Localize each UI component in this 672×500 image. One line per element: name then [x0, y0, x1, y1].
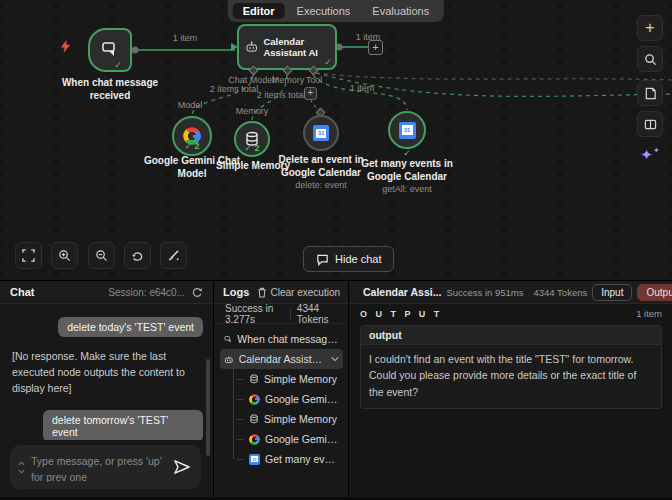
subnode-label: Get many events in Google Calendar — [353, 158, 461, 183]
logs-panel-title: Logs — [223, 286, 249, 298]
subnode-label: Delete an event in Google Calendar — [277, 154, 365, 179]
chat-panel-title: Chat — [10, 286, 34, 298]
chat-bubbles-icon — [99, 39, 121, 61]
panel-toggle-button[interactable] — [637, 111, 663, 137]
note-icon — [644, 87, 657, 100]
wire-model-label: Model — [166, 100, 214, 110]
chat-user-message: delete tomorrow's 'TEST' event — [43, 410, 203, 440]
logs-panel-header: Logs Clear execution — [215, 281, 348, 304]
tab-executions[interactable]: Executions — [287, 3, 361, 19]
log-children: Simple Memory Google Gemini Chat ... Sim… — [233, 369, 343, 469]
fit-view-button[interactable] — [15, 242, 42, 269]
wire-items-total-label: 2 items total — [245, 90, 317, 100]
log-row-gemini[interactable]: Google Gemini Chat ... — [233, 429, 343, 449]
log-row-trigger[interactable]: When chat message receiv... — [220, 329, 343, 349]
node-delete-event[interactable]: 31 — [303, 115, 339, 151]
chat-panel: Chat Session: e64c0... delete today's 'T… — [0, 281, 214, 498]
wire-memory-label: Memory — [226, 106, 278, 116]
chat-scrollbar[interactable] — [206, 359, 210, 456]
ai-assistant-button[interactable]: ✦✦ — [637, 142, 663, 168]
chevron-down-icon — [331, 356, 339, 362]
undo-button[interactable] — [124, 242, 151, 269]
log-row-memory[interactable]: Simple Memory — [233, 369, 343, 389]
sticky-note-button[interactable] — [637, 80, 663, 106]
tab-evaluations[interactable]: Evaluations — [362, 3, 439, 19]
log-row-gemini[interactable]: Google Gemini Chat ... — [233, 389, 343, 409]
output-item-count: 1 item — [636, 308, 662, 319]
chat-session-id: Session: e64c0... — [108, 287, 185, 298]
success-check-icon: ✓ — [318, 57, 338, 67]
output-field-name: output — [361, 326, 661, 345]
bottom-dock: Chat Session: e64c0... delete today's 'T… — [0, 280, 672, 497]
robot-icon — [224, 354, 234, 365]
zoom-in-button[interactable] — [51, 242, 78, 269]
google-calendar-icon: 31 — [399, 122, 416, 139]
logs-panel: Logs Clear execution Success in 3.277s 4… — [215, 281, 349, 498]
hide-chat-button[interactable]: Hide chat — [303, 246, 394, 272]
robot-icon — [245, 37, 258, 57]
detail-node-name: Calendar Assi... — [363, 286, 441, 298]
send-icon[interactable] — [173, 459, 191, 475]
chat-message-input[interactable] — [29, 452, 173, 482]
log-row-memory[interactable]: Simple Memory — [233, 409, 343, 429]
chat-bot-message: [No response. Make sure the last execute… — [12, 349, 203, 396]
add-node-button[interactable]: + — [637, 15, 663, 41]
fit-view-icon — [22, 249, 35, 262]
zoom-out-button[interactable] — [88, 242, 115, 269]
node-get-events[interactable]: 31 — [388, 111, 426, 149]
run-count-badge: ✓ 2 — [234, 143, 270, 153]
trigger-node-label: When chat message received — [45, 77, 175, 102]
chat-message-list[interactable]: delete today's 'TEST' event [No response… — [0, 305, 213, 440]
clear-execution-button[interactable]: Clear execution — [257, 287, 340, 298]
output-section-row: O U T P U T 1 item — [350, 304, 672, 323]
success-check-icon: ✓ — [388, 148, 426, 158]
detail-header: Calendar Assi... Success in 951ms 4344 T… — [350, 281, 672, 304]
output-card: output I couldn't find an event with the… — [360, 325, 662, 409]
wand-icon — [167, 249, 180, 262]
history-arrows[interactable] — [18, 461, 25, 474]
subnode-operation: getAll: event — [353, 184, 461, 194]
google-g-icon — [249, 394, 260, 405]
wire-items-label: 1 item — [342, 83, 382, 93]
execution-tokens: 4344 Tokens — [297, 303, 338, 325]
tab-editor[interactable]: Editor — [233, 3, 285, 19]
detail-status: Success in 951ms — [446, 287, 523, 298]
chevron-down-icon — [18, 469, 25, 474]
connector-label-tool: Tool — [301, 75, 327, 85]
agent-node-title: Calendar Assistant AI — [263, 36, 329, 59]
refresh-session-icon[interactable] — [191, 286, 203, 298]
output-field-value: I couldn't find an event with the title … — [361, 345, 661, 408]
log-row-agent[interactable]: Calendar Assistant AI — [220, 349, 343, 369]
chat-panel-header: Chat Session: e64c0... — [0, 281, 213, 304]
success-check-icon: ✓ — [108, 60, 128, 70]
trash-icon — [257, 287, 267, 298]
execution-log-tree: When chat message receiv... Calendar Ass… — [215, 324, 348, 469]
database-icon — [249, 374, 259, 384]
chat-bubble-icon — [316, 253, 329, 266]
chat-bubbles-icon — [224, 334, 232, 345]
search-button[interactable] — [637, 46, 663, 72]
execution-summary: Success in 3.277s 4344 Tokens — [215, 304, 348, 324]
node-detail-panel: Calendar Assi... Success in 951ms 4344 T… — [350, 281, 672, 498]
subnode-operation: delete: event — [277, 180, 365, 190]
output-tab-button[interactable]: Output — [637, 284, 672, 301]
search-icon — [644, 53, 657, 66]
connection-items-label: 1 item — [150, 33, 220, 43]
tidy-up-button[interactable] — [160, 242, 187, 269]
log-row-get-events[interactable]: 31 Get many events in G... — [233, 449, 343, 469]
workflow-canvas[interactable]: Editor Executions Evaluations ✓ When cha… — [0, 0, 672, 280]
run-count-badge: ✓ 2 — [172, 141, 212, 151]
chat-user-message: delete today's 'TEST' event — [58, 317, 203, 337]
divider — [290, 309, 291, 319]
chat-input-box — [10, 445, 201, 489]
input-tab-button[interactable]: Input — [592, 284, 632, 301]
hide-chat-label: Hide chat — [335, 253, 381, 265]
add-node-endpoint[interactable]: + — [368, 40, 383, 55]
undo-icon — [131, 249, 144, 262]
chevron-up-icon — [18, 461, 25, 466]
google-calendar-icon: 31 — [313, 125, 329, 141]
panel-icon — [644, 118, 657, 131]
view-tabbar: Editor Executions Evaluations — [228, 0, 444, 22]
sparkle-icon: ✦✦ — [640, 146, 659, 164]
execution-status: Success in 3.277s — [225, 303, 284, 325]
